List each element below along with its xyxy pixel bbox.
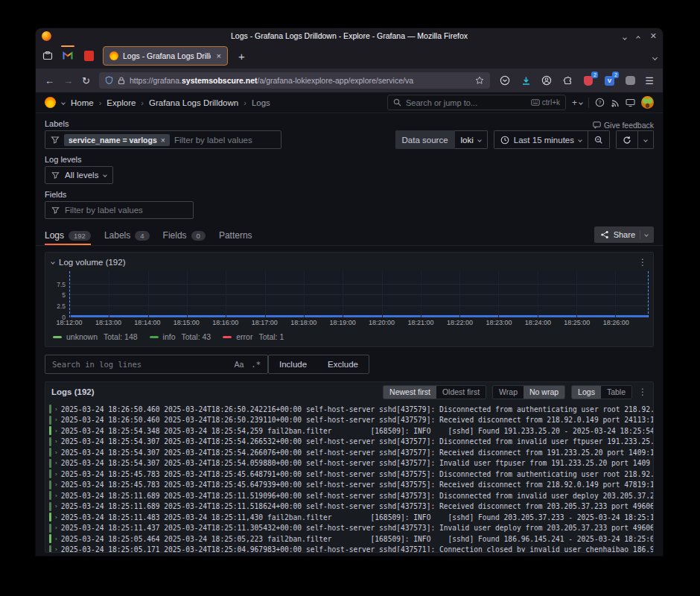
expand-row-icon[interactable]: › bbox=[55, 428, 57, 434]
breadcrumb-logs[interactable]: Logs bbox=[252, 98, 270, 107]
add-button[interactable]: + bbox=[572, 98, 582, 108]
breadcrumb-home[interactable]: Home bbox=[71, 98, 94, 107]
legend-item[interactable]: infoTotal: 43 bbox=[150, 332, 211, 341]
bookmark-star-icon[interactable] bbox=[475, 76, 484, 85]
log-row[interactable]: ›2025-03-24 18:25:54.307 2025-03-24T18:2… bbox=[49, 458, 653, 469]
toggle-option[interactable]: No wrap bbox=[524, 386, 564, 399]
toggle-option[interactable]: Oldest first bbox=[436, 386, 486, 399]
expand-row-icon[interactable]: › bbox=[55, 406, 57, 413]
download-icon[interactable] bbox=[520, 74, 532, 86]
user-avatar[interactable] bbox=[641, 96, 654, 109]
expand-row-icon[interactable]: › bbox=[55, 546, 57, 552]
log-row[interactable]: ›2025-03-24 18:25:54.348 2025-03-24 18:2… bbox=[49, 425, 653, 437]
log-row[interactable]: ›2025-03-24 18:25:11.437 2025-03-24T18:2… bbox=[49, 523, 653, 534]
legend-item[interactable]: errorTotal: 1 bbox=[223, 332, 284, 341]
log-row[interactable]: ›2025-03-24 18:26:50.460 2025-03-24T18:2… bbox=[49, 404, 653, 415]
log-row[interactable]: ›2025-03-24 18:25:54.307 2025-03-24T18:2… bbox=[49, 437, 653, 448]
forward-button[interactable]: → bbox=[63, 75, 73, 86]
reload-button[interactable]: ↻ bbox=[82, 75, 90, 86]
collapse-icon[interactable] bbox=[51, 260, 55, 264]
tab-patterns[interactable]: Patterns bbox=[219, 230, 252, 245]
toggle-option[interactable]: Wrap bbox=[493, 386, 524, 399]
chart-plot[interactable] bbox=[69, 271, 649, 317]
monitor-icon[interactable] bbox=[626, 98, 635, 107]
url-bar[interactable]: https://grafana.systemsobscure.net/a/gra… bbox=[99, 72, 490, 89]
log-row[interactable]: ›2025-03-24 18:25:11.689 2025-03-24T18:2… bbox=[49, 501, 653, 513]
lock-icon[interactable] bbox=[118, 77, 125, 85]
log-row[interactable]: ›2025-03-24 18:25:05.171 2025-03-24T18:2… bbox=[49, 545, 653, 553]
panel-menu-icon[interactable]: ⋮ bbox=[638, 257, 647, 267]
chip-remove-icon[interactable]: × bbox=[161, 136, 165, 145]
toggle-option[interactable]: Newest first bbox=[384, 386, 436, 399]
log-row[interactable]: ›2025-03-24 18:25:11.689 2025-03-24T18:2… bbox=[49, 490, 653, 501]
expand-row-icon[interactable]: › bbox=[55, 503, 57, 510]
toggle-option[interactable]: Table bbox=[601, 386, 631, 399]
menu-icon[interactable]: ☰ bbox=[645, 75, 654, 86]
maximize-button[interactable] bbox=[637, 29, 640, 42]
back-button[interactable]: ← bbox=[45, 75, 54, 86]
grafana-logo-icon[interactable] bbox=[45, 97, 56, 108]
datasource-select[interactable]: loki bbox=[455, 130, 488, 149]
expand-row-icon[interactable]: › bbox=[55, 438, 57, 445]
expand-row-icon[interactable]: › bbox=[55, 536, 57, 542]
share-button[interactable]: Share bbox=[594, 226, 654, 243]
help-icon[interactable]: ? bbox=[595, 98, 605, 107]
extension-gray-icon[interactable] bbox=[624, 74, 636, 86]
zoom-out-button[interactable] bbox=[588, 130, 610, 149]
expand-row-icon[interactable]: › bbox=[55, 449, 57, 456]
tab-fields[interactable]: Fields0 bbox=[163, 230, 206, 245]
account-icon[interactable] bbox=[541, 74, 553, 86]
log-levels-select[interactable]: All levels bbox=[45, 166, 113, 184]
pocket-icon[interactable] bbox=[499, 74, 511, 86]
log-line-search-input[interactable]: Search in log lines Aa .* bbox=[45, 355, 268, 374]
expand-row-icon[interactable]: › bbox=[55, 460, 57, 466]
log-row[interactable]: ›2025-03-24 18:25:45.783 2025-03-24T18:2… bbox=[49, 480, 653, 491]
search-input[interactable]: Search or jump to... ctrl+k bbox=[387, 95, 566, 110]
case-sensitivity-toggle[interactable]: Aa bbox=[235, 360, 244, 369]
tab-labels[interactable]: Labels4 bbox=[104, 230, 150, 245]
refresh-interval-select[interactable] bbox=[638, 130, 654, 149]
expand-row-icon[interactable]: › bbox=[55, 492, 57, 499]
extension-blue-icon[interactable]: V bbox=[603, 74, 615, 86]
log-row[interactable]: ›2025-03-24 18:25:54.307 2025-03-24T18:2… bbox=[49, 447, 653, 458]
close-window-button[interactable]: ✕ bbox=[650, 32, 657, 40]
exclude-button[interactable]: Exclude bbox=[317, 360, 369, 369]
firefox-view-icon[interactable] bbox=[42, 50, 54, 62]
include-button[interactable]: Include bbox=[269, 360, 317, 369]
tracking-protection-shield-icon[interactable] bbox=[105, 76, 113, 85]
tab-logs[interactable]: Logs192 bbox=[45, 230, 91, 245]
breadcrumb-drilldown[interactable]: Grafana Logs Drilldown bbox=[149, 98, 238, 107]
pinned-tab-gmail[interactable] bbox=[61, 46, 74, 66]
expand-row-icon[interactable]: › bbox=[55, 481, 57, 488]
news-rss-icon[interactable] bbox=[611, 98, 620, 107]
refresh-button[interactable] bbox=[616, 130, 638, 149]
label-filter-chip[interactable]: service_name = varlogs × bbox=[64, 134, 170, 146]
extension-red-icon[interactable] bbox=[582, 74, 594, 86]
logs-panel-menu-icon[interactable]: ⋮ bbox=[638, 387, 647, 397]
legend-item[interactable]: unknownTotal: 148 bbox=[53, 332, 138, 341]
log-row[interactable]: ›2025-03-24 18:25:45.783 2025-03-24T18:2… bbox=[49, 469, 653, 480]
labels-section-label: Labels bbox=[45, 119, 69, 128]
log-row[interactable]: ›2025-03-24 18:25:11.483 2025-03-24 18:2… bbox=[49, 512, 653, 523]
breadcrumb-explore[interactable]: Explore bbox=[106, 98, 136, 107]
toggle-option[interactable]: Logs bbox=[572, 386, 601, 399]
active-tab[interactable]: Logs - Grafana Logs Drilldow × bbox=[103, 46, 228, 66]
expand-row-icon[interactable]: › bbox=[55, 471, 57, 478]
gridline-vertical bbox=[109, 271, 109, 317]
new-tab-button[interactable]: + bbox=[238, 50, 245, 63]
time-range-picker[interactable]: Last 15 minutes bbox=[494, 130, 588, 149]
expand-row-icon[interactable]: › bbox=[55, 524, 57, 531]
expand-row-icon[interactable]: › bbox=[55, 416, 57, 423]
expand-row-icon[interactable]: › bbox=[55, 514, 57, 521]
list-tabs-icon[interactable] bbox=[653, 49, 657, 63]
fields-filter-input[interactable]: Filter by label values bbox=[45, 201, 194, 219]
log-row[interactable]: ›2025-03-24 18:25:05.464 2025-03-24 18:2… bbox=[49, 533, 653, 545]
regex-toggle[interactable]: .* bbox=[251, 360, 261, 369]
minimize-button[interactable] bbox=[623, 29, 626, 42]
log-row[interactable]: ›2025-03-24 18:26:50.460 2025-03-24T18:2… bbox=[49, 415, 653, 426]
give-feedback-link[interactable]: Give feedback bbox=[593, 121, 654, 130]
extensions-puzzle-icon[interactable] bbox=[561, 74, 573, 86]
tab-close-icon[interactable]: × bbox=[217, 51, 221, 60]
label-filter-input[interactable]: service_name = varlogs × Filter by label… bbox=[45, 130, 281, 149]
pinned-tab-red[interactable] bbox=[82, 46, 95, 66]
